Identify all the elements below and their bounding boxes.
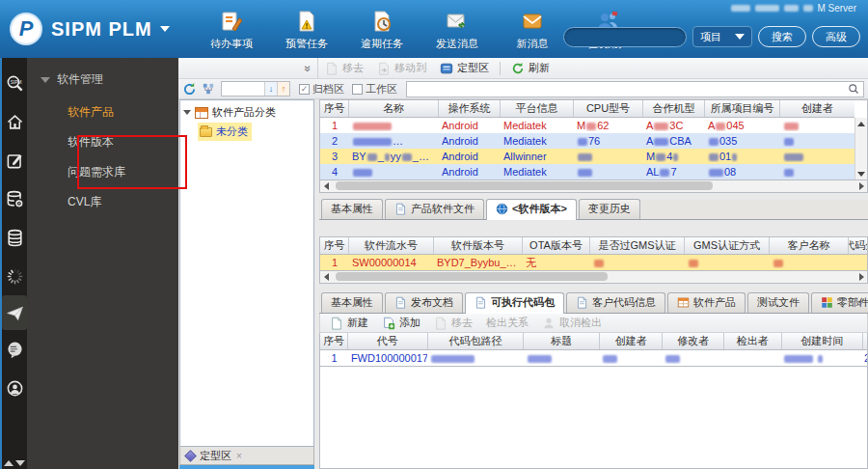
column-header-序号[interactable]: 序号 xyxy=(320,237,349,254)
strip-send-plane-icon[interactable] xyxy=(2,295,27,330)
table-row[interactable]: 3BY_yy_…AndroidAllwinnerM401 xyxy=(320,149,854,164)
column-header-操作系统[interactable]: 操作系统 xyxy=(439,100,501,117)
column-header-CPU型号[interactable]: CPU型号 xyxy=(574,100,643,117)
tab-基本属性[interactable]: 基本属性 xyxy=(321,199,383,219)
search-button[interactable]: 搜索 xyxy=(758,26,806,47)
column-header-代号[interactable]: 代号 xyxy=(348,333,428,349)
record-search-input[interactable] xyxy=(410,82,848,96)
chevron-up-icon[interactable] xyxy=(4,460,14,466)
strip-edit-icon[interactable] xyxy=(2,141,27,179)
refresh-tree-icon[interactable] xyxy=(182,82,197,97)
column-header-序号[interactable]: 序号 xyxy=(320,100,349,117)
scroll-right-icon[interactable] xyxy=(855,180,867,192)
tab-测试文件[interactable]: 测试文件 xyxy=(747,292,809,313)
scroll-right-icon[interactable] xyxy=(855,271,867,283)
column-header-修改者[interactable]: 修改者 xyxy=(663,333,723,349)
tree-node-root[interactable]: 软件产品分类 xyxy=(182,103,312,122)
column-header-GMS认证方式[interactable]: GMS认证方式 xyxy=(685,237,770,254)
toolbar-button-刷新[interactable]: 刷新 xyxy=(504,59,556,78)
column-header-软件版本号[interactable]: 软件版本号 xyxy=(434,237,523,254)
strip-home-icon[interactable] xyxy=(2,102,27,141)
chevron-down-icon[interactable] xyxy=(15,460,25,466)
global-search-input[interactable] xyxy=(563,27,687,47)
table-row[interactable]: 4AndroidMediatekAL708 xyxy=(320,164,854,179)
column-header-合作机型[interactable]: 合作机型 xyxy=(643,100,705,117)
advanced-search-button[interactable]: 高级 xyxy=(812,26,860,47)
chevron-down-icon[interactable] xyxy=(160,26,170,32)
sidebar-item-问题需求库[interactable]: 问题需求库 xyxy=(27,157,178,187)
strip-support-icon[interactable] xyxy=(2,369,27,407)
scroll-down-icon[interactable] xyxy=(855,168,867,179)
tree-filter-input[interactable] xyxy=(222,82,264,96)
toolbar-button-添加[interactable]: 添加 xyxy=(375,314,427,333)
header-nav-overdue-task[interactable]: 逾期任务 xyxy=(357,8,407,51)
column-header-检出者[interactable]: 检出者 xyxy=(724,333,782,349)
tab-基本属性[interactable]: 基本属性 xyxy=(321,292,383,313)
header-nav-alert-task[interactable]: 预警任务 xyxy=(282,8,332,51)
search-icon[interactable] xyxy=(848,83,860,96)
column-header-标题[interactable]: 标题 xyxy=(524,333,600,349)
column-header-OTA版本号[interactable]: OTA版本号 xyxy=(523,237,590,254)
strip-sipm-search-icon[interactable]: SIPM xyxy=(2,64,27,102)
close-icon[interactable]: × xyxy=(236,451,242,461)
table-row[interactable]: 1SW00000014BYD7_Byybu_…无 xyxy=(320,255,867,270)
column-header-软件流水号[interactable]: 软件流水号 xyxy=(349,237,434,254)
sidebar-group-software-management[interactable]: 软件管理 xyxy=(27,68,178,97)
column-header-创建者[interactable]: 创建者 xyxy=(780,100,854,117)
strip-loading-icon[interactable] xyxy=(2,257,27,295)
strip-database-icon[interactable] xyxy=(2,218,27,257)
logo-area[interactable]: P SIPM PLM xyxy=(0,13,203,45)
tab-软件产品[interactable]: 软件产品 xyxy=(667,292,746,313)
scroll-up-icon[interactable] xyxy=(855,118,867,129)
table-row[interactable]: 2…AndroidMediatek76ACBA035 xyxy=(320,133,854,149)
tab-产品软件文件[interactable]: 产品软件文件 xyxy=(385,199,484,219)
tab-发布文档[interactable]: 发布文档 xyxy=(385,292,463,313)
column-header-序号[interactable]: 序号 xyxy=(320,333,348,349)
scroll-left-icon[interactable] xyxy=(320,271,332,283)
column-header-客户名称[interactable]: 客户名称 xyxy=(770,237,849,254)
toolbar-button-label: 刷新 xyxy=(529,61,550,75)
header-nav-new-message[interactable]: 新消息 xyxy=(507,8,557,51)
tab-软件版本[interactable]: <软件版本> xyxy=(486,199,577,220)
toolbar-button-新建[interactable]: 新建 xyxy=(323,314,375,333)
header-nav-send-message[interactable]: 发送消息 xyxy=(432,8,482,51)
table-row[interactable]: 1AndroidMediatekM62A3CA045 xyxy=(320,118,854,133)
column-header-VND 代码分支名[interactable]: VND 代码分支名 xyxy=(849,237,867,254)
toolbar-button-定型区[interactable]: 定型区 xyxy=(433,59,496,78)
column-header-是否过GMS认证[interactable]: 是否过GMS认证 xyxy=(590,237,685,254)
strip-chat-icon[interactable] xyxy=(2,330,27,369)
checkbox-icon[interactable] xyxy=(352,84,363,95)
column-header-平台信息[interactable]: 平台信息 xyxy=(501,100,574,117)
finalize-zone-tab[interactable]: 定型区 × xyxy=(179,447,314,465)
sidebar-item-软件版本[interactable]: 软件版本 xyxy=(27,127,178,157)
expander-icon[interactable] xyxy=(183,110,191,115)
tab-客户代码信息[interactable]: 客户代码信息 xyxy=(566,292,665,313)
checkbox-icon[interactable] xyxy=(299,84,310,95)
collapse-chevron-icon[interactable]: » xyxy=(304,65,313,71)
column-header-创建时间[interactable]: 创建时间 xyxy=(782,333,864,349)
v-scrollbar[interactable] xyxy=(854,118,867,179)
tabs-overflow-chevron-icon[interactable]: » xyxy=(854,300,866,306)
search-scope-select[interactable]: 项目 xyxy=(692,26,752,47)
arrow-up-icon[interactable]: ↑ xyxy=(277,82,289,96)
checkbox-工作区[interactable]: 工作区 xyxy=(352,82,397,97)
h-scroll-track[interactable] xyxy=(332,271,855,283)
header-nav-todo[interactable]: 待办事项 xyxy=(206,8,257,51)
sidebar-item-软件产品[interactable]: 软件产品 xyxy=(27,97,178,127)
column-header-代码包路径[interactable]: 代码包路径 xyxy=(428,333,525,349)
arrow-down-icon[interactable]: ↓ xyxy=(264,82,277,96)
column-header-extra[interactable] xyxy=(863,333,867,349)
tab-可执行代码包[interactable]: 可执行代码包 xyxy=(465,292,564,314)
column-header-名称[interactable]: 名称 xyxy=(349,100,439,117)
scroll-left-icon[interactable] xyxy=(320,180,332,192)
tree-structure-icon[interactable] xyxy=(202,82,216,97)
tab-变更历史[interactable]: 变更历史 xyxy=(579,199,640,219)
h-scroll-track[interactable] xyxy=(332,180,855,192)
sidebar-item-CVL库[interactable]: CVL库 xyxy=(27,187,178,217)
column-header-所属项目编号[interactable]: 所属项目编号 xyxy=(705,100,780,117)
checkbox-归档区[interactable]: 归档区 xyxy=(299,82,344,97)
strip-database-settings-icon[interactable] xyxy=(2,179,27,218)
table-row[interactable]: 1FWD100000017 2024 xyxy=(320,350,867,366)
tree-node-unclassified[interactable]: 未分类 xyxy=(198,123,252,141)
column-header-创建者[interactable]: 创建者 xyxy=(600,333,663,349)
